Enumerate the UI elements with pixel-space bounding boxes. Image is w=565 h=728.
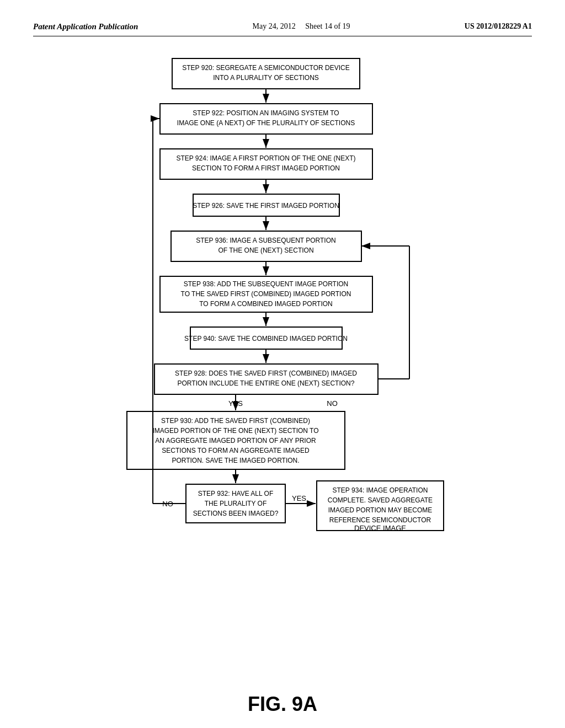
step940-text: STEP 940: SAVE THE COMBINED IMAGED PORTI…: [184, 335, 348, 342]
step936-line1: STEP 936: IMAGE A SUBSEQUENT PORTION: [196, 237, 335, 244]
step938-line2: TO THE SAVED FIRST (COMBINED) IMAGED POR…: [181, 290, 351, 298]
sheet-info: Sheet 14 of 19: [305, 22, 350, 30]
step928-line1: STEP 928: DOES THE SAVED FIRST (COMBINED…: [175, 370, 357, 377]
step936-line2: OF THE ONE (NEXT) SECTION: [218, 247, 313, 254]
step938-line1: STEP 938: ADD THE SUBSEQUENT IMAGE PORTI…: [184, 280, 349, 288]
step934-line1: STEP 934: IMAGE OPERATION: [333, 486, 428, 494]
step934-line5: DEVICE IMAGE: [354, 524, 406, 532]
step934-line3: IMAGED PORTION MAY BECOME: [328, 506, 433, 514]
yes-label-932: YES: [292, 494, 306, 502]
step920-line1: STEP 920: SEGREGATE A SEMICONDUCTOR DEVI…: [182, 64, 349, 72]
step928-line2: PORTION INCLUDE THE ENTIRE ONE (NEXT) SE…: [178, 379, 355, 387]
flowchart-svg: STEP 920: SEGREGATE A SEMICONDUCTOR DEVI…: [45, 53, 520, 676]
step930-line5: PORTION. SAVE THE IMAGED PORTION.: [172, 457, 299, 464]
step922-line1: STEP 922: POSITION AN IMAGING SYSTEM TO: [193, 109, 339, 117]
step924-line1: STEP 924: IMAGE A FIRST PORTION OF THE O…: [176, 154, 355, 162]
diagram-area: STEP 920: SEGREGATE A SEMICONDUCTOR DEVI…: [33, 53, 532, 676]
step938-line3: TO FORM A COMBINED IMAGED PORTION: [199, 300, 333, 308]
step932-line3: SECTIONS BEEN IMAGED?: [193, 510, 279, 517]
header-center: May 24, 2012 Sheet 14 of 19: [253, 22, 350, 31]
header-right: US 2012/0128229 A1: [465, 22, 532, 31]
fig-label-text: FIG. 9A: [248, 693, 317, 715]
publication-label: Patent Application Publication: [33, 22, 138, 31]
step932-line2: THE PLURALITY OF: [205, 500, 266, 507]
step930-line1: STEP 930: ADD THE SAVED FIRST (COMBINED): [161, 417, 310, 425]
figure-label: FIG. 9A: [33, 693, 532, 716]
step932-line1: STEP 932: HAVE ALL OF: [198, 490, 274, 497]
header-left: Patent Application Publication: [33, 22, 138, 31]
page-header: Patent Application Publication May 24, 2…: [33, 22, 532, 36]
page: Patent Application Publication May 24, 2…: [0, 0, 565, 728]
step934-line4: REFERENCE SEMICONDUCTOR: [329, 516, 431, 524]
pub-date: May 24, 2012: [253, 22, 296, 30]
no-label-928: NO: [327, 399, 338, 408]
step920-line2: INTO A PLURALITY OF SECTIONS: [213, 74, 319, 82]
step930-line4: SECTIONS TO FORM AN AGGREGATE IMAGED: [162, 447, 310, 454]
step926-text: STEP 926: SAVE THE FIRST IMAGED PORTION: [193, 202, 339, 210]
step930-line2: IMAGED PORTION OF THE ONE (NEXT) SECTION…: [152, 427, 318, 435]
step930-line3: AN AGGREGATE IMAGED PORTION OF ANY PRIOR: [155, 437, 316, 445]
step922-line2: IMAGE ONE (A NEXT) OF THE PLURALITY OF S…: [177, 119, 355, 127]
step934-line2: COMPLETE. SAVED AGGREGATE: [328, 496, 433, 504]
patent-number: US 2012/0128229 A1: [465, 22, 532, 30]
step924-line2: SECTION TO FORM A FIRST IMAGED PORTION: [192, 164, 340, 172]
